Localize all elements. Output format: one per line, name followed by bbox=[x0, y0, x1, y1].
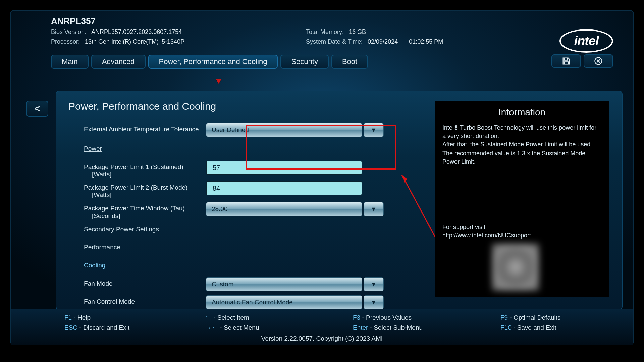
time-value: 01:02:55 PM bbox=[409, 38, 443, 45]
save-icon bbox=[561, 56, 571, 66]
info-title: Information bbox=[442, 107, 601, 118]
qr-code-image bbox=[492, 244, 539, 291]
processor-label: Processor: bbox=[51, 38, 80, 45]
tab-security[interactable]: Security bbox=[280, 55, 328, 69]
pl2-input[interactable]: 84 bbox=[206, 181, 362, 195]
fan-control-dropdown[interactable]: Automatic Fan Control Mode bbox=[206, 295, 362, 309]
close-circle-icon bbox=[594, 56, 603, 66]
back-button[interactable]: < bbox=[26, 101, 48, 117]
info-support: For support visit http://www.intel.com/N… bbox=[442, 223, 531, 240]
information-panel: Information Intel® Turbo Boost Technolog… bbox=[435, 101, 609, 297]
date-value: 02/09/2024 bbox=[368, 38, 398, 45]
fan-control-label: Fan Control Mode bbox=[68, 295, 206, 305]
save-button[interactable] bbox=[551, 54, 581, 68]
fan-mode-dropdown-arrow[interactable]: ▼ bbox=[364, 277, 384, 291]
tab-power-performance-cooling[interactable]: Power, Performance and Cooling bbox=[148, 55, 278, 69]
settings-panel: Power, Performance and Cooling External … bbox=[56, 90, 623, 310]
fan-mode-label: Fan Mode bbox=[68, 277, 206, 287]
tab-boot[interactable]: Boot bbox=[331, 55, 368, 69]
svg-marker-2 bbox=[402, 175, 407, 183]
processor-value: 13th Gen Intel(R) Core(TM) i5-1340P bbox=[85, 38, 184, 45]
ext-temp-dropdown-arrow[interactable]: ▼ bbox=[364, 123, 384, 137]
cooling-link[interactable]: Cooling bbox=[84, 262, 105, 269]
ext-temp-dropdown[interactable]: User Defined bbox=[206, 123, 362, 137]
info-body: Intel® Turbo Boost Technology will use t… bbox=[442, 124, 601, 166]
footer-hints: F1 - Help ↑↓ - Select Item F3 - Previous… bbox=[11, 309, 633, 345]
exit-button[interactable] bbox=[584, 54, 613, 68]
version-text: Version 2.22.0057. Copyright (C) 2023 AM… bbox=[64, 335, 580, 342]
secondary-power-link[interactable]: Secondary Power Settings bbox=[84, 226, 159, 233]
bios-version-value: ANRPL357.0027.2023.0607.1754 bbox=[91, 28, 182, 35]
performance-link[interactable]: Performance bbox=[84, 244, 120, 251]
fan-mode-dropdown[interactable]: Custom bbox=[206, 277, 362, 291]
pl1-label: Package Power Limit 1 (Sustained) [Watts… bbox=[68, 161, 206, 178]
pl2-label: Package Power Limit 2 (Burst Mode) [Watt… bbox=[68, 181, 206, 199]
fan-control-dropdown-arrow[interactable]: ▼ bbox=[364, 295, 384, 309]
datetime-label: System Date & Time: bbox=[306, 38, 363, 45]
intel-logo: intel bbox=[559, 29, 613, 53]
tab-main[interactable]: Main bbox=[51, 55, 89, 69]
tab-bar: Main Advanced Power, Performance and Coo… bbox=[11, 54, 633, 69]
tau-label: Package Power Time Window (Tau) [Seconds… bbox=[68, 202, 206, 220]
page-title: Power, Performance and Cooling bbox=[68, 101, 384, 117]
total-memory-label: Total Memory: bbox=[306, 28, 344, 35]
pl1-input[interactable]: 57 bbox=[206, 161, 362, 175]
tau-dropdown[interactable]: 28.00 bbox=[206, 202, 362, 216]
bios-version-label: Bios Version: bbox=[51, 28, 86, 35]
power-link[interactable]: Power bbox=[84, 145, 102, 152]
bios-header: ANRPL357 Bios Version: ANRPL357.0027.202… bbox=[11, 11, 633, 54]
tau-dropdown-arrow[interactable]: ▼ bbox=[364, 202, 384, 216]
cursor-indicator-icon bbox=[216, 77, 223, 84]
ext-temp-label: External Ambient Temperature Tolerance bbox=[68, 123, 206, 133]
total-memory-value: 16 GB bbox=[349, 28, 366, 35]
tab-advanced[interactable]: Advanced bbox=[91, 55, 146, 69]
model-id: ANRPL357 bbox=[51, 16, 620, 26]
